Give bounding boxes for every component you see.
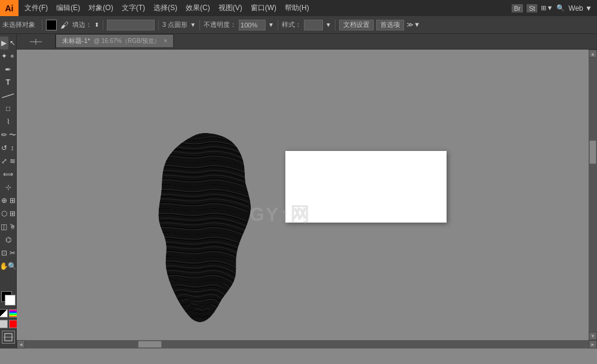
scroll-up-button[interactable]: ▲ [589, 50, 597, 58]
top-toolbar: 未选择对象 🖌 填边： ⬍ 3 点圆形 ▼ 不透明度： ▼ 样式： ▼ 文档设置… [0, 16, 597, 34]
menu-view[interactable]: 视图(V) [215, 2, 246, 14]
perspective-tool[interactable]: ⬡ [0, 207, 8, 220]
canvas-area[interactable]: GY↑网 [17, 50, 589, 340]
tab-close-button[interactable]: × [164, 38, 167, 44]
swap-colors-icon[interactable] [9, 309, 17, 317]
document-tab[interactable]: 未标题-1* @ 16.67%（RGB/预览） × [56, 34, 174, 47]
gradient-tools: ◫ 🖰 [0, 220, 17, 233]
width-tool[interactable]: ⟺ [2, 168, 15, 181]
gradient-tool[interactable]: ◫ [0, 220, 8, 233]
drawing-modes[interactable] [2, 331, 15, 344]
no-selection-label: 未选择对象 [2, 20, 38, 29]
rotate-tools: ↺ ↕ [0, 141, 17, 155]
horizontal-scrollbar[interactable]: ◄ ► [17, 340, 597, 348]
nav-tools: ✋ 🔍 [0, 260, 17, 273]
scale-tools: ⤢ ≋ [0, 155, 17, 168]
perspective-tools: ⬡ ⊞ [0, 207, 17, 220]
blend-tool[interactable]: ⌬ [2, 233, 15, 246]
h-scroll-track[interactable] [25, 340, 589, 348]
panel-label [17, 34, 56, 50]
color-area [0, 290, 17, 346]
pen-tool[interactable]: ✒ [2, 63, 15, 76]
extra-btn[interactable]: ≫▼ [407, 21, 420, 29]
separator-1 [42, 20, 42, 30]
separator-6 [335, 20, 336, 30]
stroke-up-down[interactable]: ⬍ [94, 21, 99, 28]
direct-selection-tool[interactable]: ↖ [8, 36, 17, 50]
title-right: Br St ⊞▼ 🔍 Web ▼ [512, 4, 597, 13]
smooth-tool[interactable]: 〜 [8, 128, 17, 141]
style-swatch[interactable] [304, 20, 323, 30]
scale-tool[interactable]: ⤢ [0, 155, 8, 168]
stock-icon[interactable]: St [527, 4, 537, 13]
background-color[interactable] [5, 295, 16, 306]
menu-file[interactable]: 文件(F) [21, 2, 51, 14]
rotate-tool[interactable]: ↺ [0, 141, 8, 155]
shape-tools: ⊕ ⊞ [0, 194, 17, 207]
pencil-tool[interactable]: ✏ [0, 128, 8, 141]
scroll-thumb[interactable] [589, 140, 596, 164]
web-label[interactable]: Web ▼ [568, 4, 592, 13]
separator-3 [158, 20, 159, 30]
hand-tool[interactable]: ✋ [0, 260, 8, 273]
search-icon[interactable]: 🔍 [556, 4, 565, 12]
reflect-tool[interactable]: ↕ [8, 141, 17, 155]
artwork-figure [136, 127, 273, 330]
stroke-label: 填边： [72, 20, 92, 29]
style-label: 样式： [282, 20, 301, 29]
menu-bar: 文件(F) 编辑(E) 对象(O) 文字(T) 选择(S) 效果(C) 视图(V… [19, 2, 512, 14]
brush-size-dropdown[interactable]: ▼ [190, 21, 196, 28]
opacity-dropdown[interactable]: ▼ [268, 21, 274, 28]
vertical-scrollbar[interactable]: ▲ ▼ [589, 50, 597, 340]
document-page [285, 151, 447, 223]
menu-window[interactable]: 窗口(W) [247, 2, 280, 14]
preferences-button[interactable]: 首选项 [376, 20, 404, 30]
fill-color-swatch[interactable] [46, 20, 57, 30]
canvas-scroll-area: GY↑网 [17, 50, 597, 340]
bridge-icon[interactable]: Br [512, 4, 523, 13]
reset-colors-icon[interactable] [0, 309, 8, 317]
shape-builder-tool[interactable]: ⊕ [0, 194, 8, 207]
menu-effect[interactable]: 效果(C) [182, 2, 214, 14]
magic-wand-tool[interactable]: ✦ [0, 50, 8, 63]
opacity-input[interactable] [239, 20, 266, 30]
separator-2 [103, 20, 103, 30]
pencil-tools: ✏ 〜 [0, 128, 17, 141]
artboard-tool[interactable]: ⊡ [0, 246, 8, 260]
tab-title: 未标题-1* [62, 36, 90, 45]
slice-tool[interactable]: ✂ [8, 246, 17, 260]
menu-edit[interactable]: 编辑(E) [53, 2, 84, 14]
scroll-left-button[interactable]: ◄ [17, 340, 25, 348]
rectangle-tool[interactable]: □ [2, 102, 15, 115]
warp-tool[interactable]: ≋ [8, 155, 17, 168]
lasso-tool[interactable]: ⌖ [8, 50, 17, 63]
magic-lasso-tools: ✦ ⌖ [0, 50, 17, 63]
separator-4 [199, 20, 200, 30]
menu-help[interactable]: 帮助(H) [281, 2, 313, 14]
eyedropper-tool[interactable]: 🖰 [8, 220, 17, 233]
menu-text[interactable]: 文字(T) [118, 2, 149, 14]
opacity-label: 不透明度： [204, 20, 236, 29]
doc-settings-button[interactable]: 文档设置 [339, 20, 374, 30]
brush-tool[interactable]: ⌇ [2, 115, 15, 128]
scroll-track[interactable] [589, 58, 597, 332]
free-transform-tool[interactable]: ⊹ [2, 181, 15, 194]
scroll-right-button[interactable]: ► [589, 340, 597, 348]
zoom-tool[interactable]: 🔍 [8, 260, 17, 273]
stroke-width-input[interactable] [107, 20, 155, 30]
color-icon[interactable] [9, 320, 17, 328]
selection-tool[interactable]: ▶ [0, 36, 8, 50]
tab-row: 未标题-1* @ 16.67%（RGB/预览） × [17, 34, 597, 50]
live-paint-tool[interactable]: ⊞ [8, 194, 17, 207]
menu-object[interactable]: 对象(O) [85, 2, 116, 14]
none-icon[interactable] [0, 320, 8, 328]
selection-tools: ▶ ↖ [0, 36, 17, 50]
scroll-down-button[interactable]: ▼ [589, 332, 597, 340]
main-area: ▶ ↖ ✦ ⌖ ✒ T ╱ □ ⌇ ✏ 〜 ↺ ↕ ⤢ ≋ ⟺ ⊹ ⊕ ⊞ ⬡ [0, 34, 597, 348]
workspace-icon[interactable]: ⊞▼ [541, 4, 553, 12]
h-scroll-thumb[interactable] [138, 341, 162, 348]
style-dropdown[interactable]: ▼ [325, 21, 331, 28]
mesh-tool[interactable]: ⊞ [8, 207, 17, 220]
color-swatch-container[interactable] [0, 290, 17, 307]
menu-select[interactable]: 选择(S) [150, 2, 181, 14]
